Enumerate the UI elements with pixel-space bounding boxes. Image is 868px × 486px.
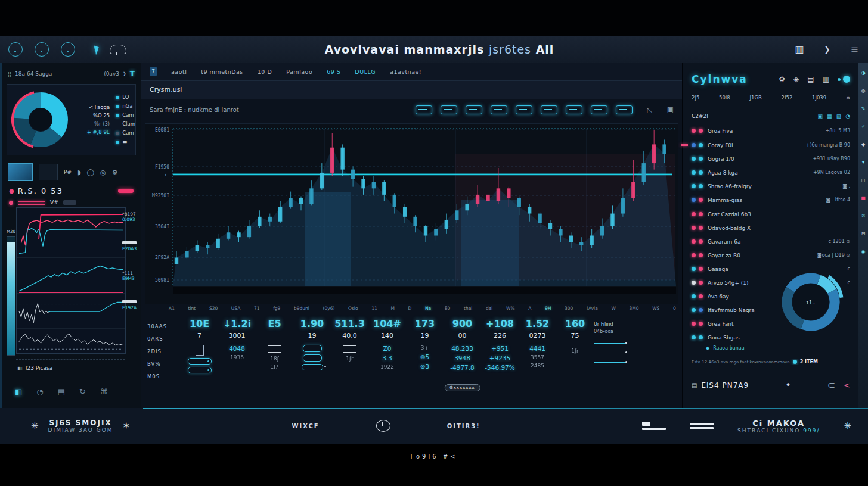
toggle-switch[interactable] <box>838 76 850 83</box>
sidebar-tool-icon[interactable]: ⌘ <box>100 387 108 396</box>
chart-thumbnail-empty[interactable] <box>39 164 58 180</box>
more-tool-icon[interactable] <box>616 105 633 114</box>
tab-5[interactable]: 1J039 <box>812 95 826 101</box>
edge-strip-icon[interactable]: ▾ <box>862 160 864 165</box>
legend-item[interactable]: Cam <box>116 111 135 120</box>
grid-tool-icon[interactable] <box>491 105 507 114</box>
legend-item[interactable]: LO <box>116 93 135 102</box>
kite-icon[interactable] <box>86 43 98 55</box>
edge-strip-icon[interactable]: ◑ <box>861 71 866 76</box>
watchlist-row[interactable]: Odavod-baldg X <box>692 221 850 235</box>
section-icon[interactable]: ▦ <box>827 113 832 119</box>
chevron-right-icon[interactable]: ❯ <box>824 45 830 54</box>
sparkle-icon[interactable]: ✳ <box>31 420 39 431</box>
back-chevron-icon[interactable]: < <box>844 381 850 390</box>
watchlist-row[interactable]: Gogra 1/0+931 u9ay R90 <box>692 152 850 166</box>
edge-strip-icon[interactable]: ◆ <box>861 142 865 147</box>
section-icon[interactable]: ◔ <box>845 113 850 119</box>
cloud-icon[interactable] <box>110 45 126 54</box>
panel-icon[interactable]: ▤ <box>807 75 814 83</box>
menu-item[interactable]: 10 D <box>258 68 272 75</box>
side-slider-2[interactable] <box>594 350 627 353</box>
pill-icon[interactable] <box>303 354 322 362</box>
sidebar-chevron-icon[interactable]: ❯ <box>123 71 126 76</box>
menu-item[interactable]: t9 mmetnDas <box>201 68 243 75</box>
slider-icon[interactable] <box>188 358 212 364</box>
tab-1[interactable]: 2J5 <box>692 95 699 101</box>
footer-link-2[interactable]: OITIR3! <box>447 423 480 429</box>
edge-strip-icon[interactable]: ◍ <box>861 89 866 94</box>
gear-icon[interactable]: ⚙ <box>779 75 785 83</box>
footer-link-1[interactable]: WIXCF <box>292 423 319 429</box>
section-icon[interactable]: ▣ <box>818 113 823 119</box>
tab-3[interactable]: J1GB <box>750 95 762 101</box>
side-slider-1[interactable] <box>594 340 627 344</box>
sidebar-tool-icon[interactable]: ◔ <box>36 387 43 396</box>
legend-item[interactable]: nGa <box>116 102 135 111</box>
section-icon[interactable]: ▧ <box>836 113 842 119</box>
bullseye-icon[interactable]: ◎ <box>100 169 106 176</box>
brush-tool-icon[interactable] <box>466 105 482 114</box>
edge-strip-icon[interactable]: ⊟ <box>861 232 866 236</box>
subset-icon[interactable]: ⊂ <box>827 379 835 391</box>
bars-icon-1[interactable] <box>642 420 666 432</box>
path-tool-icon[interactable] <box>591 105 607 114</box>
columns-icon[interactable]: ▥ <box>795 43 804 55</box>
trend-tool-icon[interactable] <box>441 105 457 114</box>
tab-2[interactable]: 50I8 <box>719 95 730 101</box>
diamond-icon[interactable]: ◈ <box>793 75 799 83</box>
line-tool-icon[interactable] <box>416 105 432 114</box>
watchlist-row[interactable]: Groa Fiva+8u. 5 M3 <box>692 124 850 138</box>
box-tool-icon[interactable] <box>516 105 532 114</box>
circle-icon[interactable]: ◯ <box>87 169 94 176</box>
clock-circle-icon[interactable] <box>61 42 75 57</box>
chart-thumbnail[interactable] <box>8 163 33 181</box>
legend-item[interactable]: Clam <box>116 120 135 129</box>
watchlist-row[interactable]: Grat Cazdal 6b3 <box>692 207 850 221</box>
legend-item[interactable]: Cam <box>116 129 135 138</box>
pill-icon[interactable] <box>303 345 322 352</box>
columns-icon[interactable]: ▥ <box>823 75 829 83</box>
menu-item[interactable]: 69 S <box>327 68 340 75</box>
watchlist-row[interactable]: Gayar za B0◙oca | D19 ⊙ <box>692 248 850 262</box>
side-slider-3[interactable] <box>594 359 627 363</box>
edge-strip-icon[interactable]: ✎ <box>861 107 866 111</box>
watchlist-row[interactable]: Gavaram 6ac 1201 ⊙ <box>692 235 850 248</box>
watchlist-row[interactable]: Mamma-gias◙ . Ifrso 4 <box>692 193 850 207</box>
edge-strip-icon[interactable]: ■ <box>861 196 866 201</box>
flag-tool-icon[interactable] <box>566 105 582 114</box>
main-chart[interactable]: E0081F1950M9250I3504I2F92A5098I‹ <box>145 123 678 304</box>
menu-item[interactable]: Pamlaoo <box>286 68 312 75</box>
snapshot-icon[interactable]: ▣ <box>667 105 674 114</box>
stat-pill[interactable]: Gxxxxxxx <box>444 384 480 391</box>
bars-icon-2[interactable] <box>690 421 714 431</box>
watchlist-row[interactable]: Agaa 8 kga+9N Lagova 02 <box>692 166 850 179</box>
menu-item[interactable]: DULLG <box>355 68 376 75</box>
gear-icon[interactable]: ⚙ <box>112 169 118 176</box>
sidebar-tool-icon[interactable]: ◧ <box>15 387 22 396</box>
sidebar-pin-icon[interactable]: T <box>130 70 135 78</box>
edge-strip-icon[interactable]: ◉ <box>861 250 866 254</box>
target-circle-icon[interactable] <box>8 42 23 57</box>
panel-badge[interactable]: 7 <box>150 67 157 76</box>
pin-icon[interactable]: ◗ <box>78 169 81 176</box>
edge-strip-icon[interactable]: ◻ <box>861 178 866 183</box>
tab-4[interactable]: 2I52 <box>782 95 793 101</box>
watchlist-row[interactable]: Coray F0I+)6u mangra B 90 <box>692 138 850 152</box>
menu-icon[interactable]: ≡ <box>851 43 858 55</box>
watchlist-subitem[interactable]: ◆ Raaoa banaa <box>706 345 850 351</box>
slider-icon[interactable] <box>188 367 212 373</box>
sidebar-tool-icon[interactable]: ↻ <box>79 387 86 396</box>
sparkle-icon-3[interactable]: ✳ <box>844 420 851 431</box>
eraser-icon[interactable]: ◺ <box>647 105 652 114</box>
menu-item[interactable]: a1avtnae! <box>390 68 421 75</box>
legend-item[interactable]: ▬ <box>116 138 135 147</box>
edge-strip-icon[interactable]: ✓ <box>861 124 866 129</box>
refresh-circle-icon[interactable] <box>35 42 49 57</box>
pillD-icon[interactable] <box>302 364 323 370</box>
edge-strip-icon[interactable]: ≋ <box>861 214 866 219</box>
pen-tool-icon[interactable] <box>541 105 557 114</box>
sidebar-tool-icon[interactable]: ▤ <box>58 387 65 396</box>
sparkle-icon[interactable]: ∗ <box>846 95 850 101</box>
sparkle-icon-2[interactable]: ✶ <box>123 420 131 431</box>
